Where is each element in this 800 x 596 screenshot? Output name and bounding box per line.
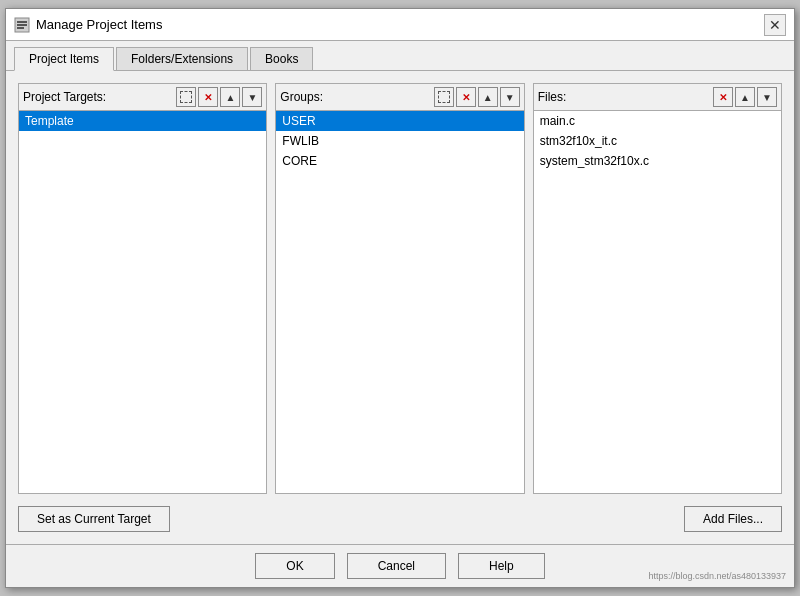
tab-folders-extensions[interactable]: Folders/Extensions	[116, 47, 248, 70]
groups-toolbar: ✕ ▲ ▼	[434, 87, 520, 107]
list-item[interactable]: USER	[276, 111, 523, 131]
dialog-title: Manage Project Items	[36, 17, 162, 32]
svg-rect-3	[17, 27, 24, 29]
cancel-button[interactable]: Cancel	[347, 553, 446, 579]
ok-button[interactable]: OK	[255, 553, 334, 579]
project-targets-label: Project Targets:	[23, 90, 106, 104]
project-targets-panel: Project Targets: ✕ ▲ ▼ Template	[18, 83, 267, 494]
svg-rect-2	[17, 24, 27, 26]
project-targets-new-button[interactable]	[176, 87, 196, 107]
files-label: Files:	[538, 90, 567, 104]
files-toolbar: ✕ ▲ ▼	[713, 87, 777, 107]
groups-label: Groups:	[280, 90, 323, 104]
tab-bar: Project Items Folders/Extensions Books	[6, 41, 794, 71]
project-targets-list: Template	[19, 111, 266, 493]
dialog-icon	[14, 17, 30, 33]
add-files-button[interactable]: Add Files...	[684, 506, 782, 532]
close-button[interactable]: ✕	[764, 14, 786, 36]
project-targets-header: Project Targets: ✕ ▲ ▼	[19, 84, 266, 111]
title-bar-left: Manage Project Items	[14, 17, 162, 33]
new-file-icon	[438, 91, 450, 103]
watermark-text: https://blog.csdn.net/as480133937	[648, 571, 786, 581]
files-down-button[interactable]: ▼	[757, 87, 777, 107]
footer: OK Cancel Help https://blog.csdn.net/as4…	[6, 544, 794, 587]
project-targets-delete-button[interactable]: ✕	[198, 87, 218, 107]
manage-project-items-dialog: Manage Project Items ✕ Project Items Fol…	[5, 8, 795, 588]
files-delete-button[interactable]: ✕	[713, 87, 733, 107]
groups-delete-button[interactable]: ✕	[456, 87, 476, 107]
tab-project-items[interactable]: Project Items	[14, 47, 114, 71]
project-targets-up-button[interactable]: ▲	[220, 87, 240, 107]
groups-new-button[interactable]	[434, 87, 454, 107]
project-targets-down-button[interactable]: ▼	[242, 87, 262, 107]
new-file-icon	[180, 91, 192, 103]
files-panel: Files: ✕ ▲ ▼ main.c stm32f10x_it.c syste…	[533, 83, 782, 494]
action-buttons-row: Set as Current Target Add Files...	[18, 502, 782, 532]
content-area: Project Targets: ✕ ▲ ▼ Template	[6, 71, 794, 544]
files-list: main.c stm32f10x_it.c system_stm32f10x.c	[534, 111, 781, 493]
files-up-button[interactable]: ▲	[735, 87, 755, 107]
list-item[interactable]: main.c	[534, 111, 781, 131]
groups-up-button[interactable]: ▲	[478, 87, 498, 107]
groups-panel: Groups: ✕ ▲ ▼ USER FWLIB CORE	[275, 83, 524, 494]
tab-books[interactable]: Books	[250, 47, 313, 70]
title-bar: Manage Project Items ✕	[6, 9, 794, 41]
groups-list: USER FWLIB CORE	[276, 111, 523, 493]
groups-down-button[interactable]: ▼	[500, 87, 520, 107]
help-button[interactable]: Help	[458, 553, 545, 579]
svg-rect-1	[17, 21, 27, 23]
list-item[interactable]: system_stm32f10x.c	[534, 151, 781, 171]
lists-row: Project Targets: ✕ ▲ ▼ Template	[18, 83, 782, 494]
set-current-target-button[interactable]: Set as Current Target	[18, 506, 170, 532]
groups-header: Groups: ✕ ▲ ▼	[276, 84, 523, 111]
project-targets-toolbar: ✕ ▲ ▼	[176, 87, 262, 107]
list-item[interactable]: FWLIB	[276, 131, 523, 151]
left-action-buttons: Set as Current Target	[18, 506, 170, 532]
list-item[interactable]: Template	[19, 111, 266, 131]
list-item[interactable]: stm32f10x_it.c	[534, 131, 781, 151]
list-item[interactable]: CORE	[276, 151, 523, 171]
right-action-buttons: Add Files...	[684, 506, 782, 532]
files-header: Files: ✕ ▲ ▼	[534, 84, 781, 111]
